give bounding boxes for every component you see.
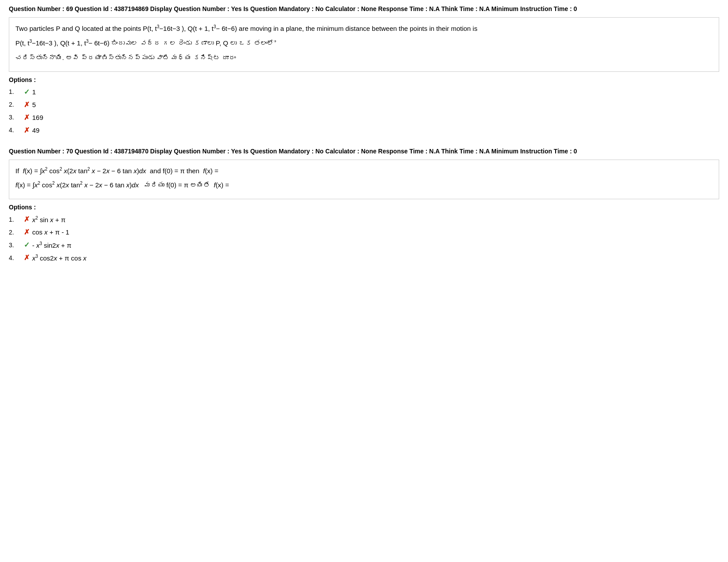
option-4-icon: ✗ — [24, 126, 30, 134]
question-70-options-label: Options : — [9, 204, 719, 211]
option-1-text: 1 — [32, 88, 36, 96]
question-69-option-2: 2. ✗ 5 — [9, 100, 719, 109]
question-69-options-label: Options : — [9, 76, 719, 83]
option-4-num: 4. — [9, 254, 21, 261]
option-1-text: x2 sin x + π — [32, 216, 66, 223]
option-3-text: 169 — [32, 114, 43, 121]
option-2-num: 2. — [9, 101, 21, 108]
option-1-icon: ✗ — [24, 215, 30, 223]
option-4-icon: ✗ — [24, 253, 30, 262]
question-69-text-telugu-line1: P(t, t3−16t−3 ), Q(t + 1, t3− 6t−6) బింద… — [15, 37, 713, 49]
question-70-option-2: 2. ✗ cos x + π - 1 — [9, 228, 719, 236]
option-4-num: 4. — [9, 127, 21, 134]
option-3-icon: ✗ — [24, 113, 30, 122]
option-2-num: 2. — [9, 229, 21, 236]
question-70-meta: Question Number : 70 Question Id : 43871… — [9, 147, 719, 156]
option-3-text: - x3 sin2x + π — [32, 241, 71, 249]
question-70-text-english: If f(x) = ∫x2 cos2 x(2x tan2 x − 2x − 6 … — [15, 165, 713, 177]
option-3-icon: ✓ — [24, 241, 30, 249]
option-2-text: cos x + π - 1 — [32, 228, 69, 236]
question-69-box: Two particles P and Q located at the poi… — [9, 17, 719, 72]
option-1-num: 1. — [9, 88, 21, 95]
question-69-option-1: 1. ✓ 1 — [9, 88, 719, 96]
question-69-text-english: Two particles P and Q located at the poi… — [15, 23, 713, 34]
option-1-num: 1. — [9, 216, 21, 223]
question-70-option-4: 4. ✗ x3 cos2x + π cos x — [9, 253, 719, 262]
option-2-text: 5 — [32, 101, 36, 108]
question-70-option-3: 3. ✓ - x3 sin2x + π — [9, 241, 719, 249]
question-69-option-3: 3. ✗ 169 — [9, 113, 719, 122]
option-2-icon: ✗ — [24, 228, 30, 236]
option-3-num: 3. — [9, 114, 21, 121]
question-70-option-1: 1. ✗ x2 sin x + π — [9, 215, 719, 223]
question-69-meta: Question Number : 69 Question Id : 43871… — [9, 4, 719, 14]
option-1-icon: ✓ — [24, 88, 30, 96]
question-69-option-4: 4. ✗ 49 — [9, 126, 719, 134]
option-4-text: x3 cos2x + π cos x — [32, 254, 86, 262]
question-70-text-telugu: f(x) = ∫x2 cos2 x(2x tan2 x − 2x − 6 tan… — [15, 179, 713, 191]
option-3-num: 3. — [9, 242, 21, 249]
option-2-icon: ✗ — [24, 100, 30, 109]
question-69-text-telugu-line2: చరిస్తున్నాయి. అవి ప్రయాణిస్తున్నప్పుడు … — [15, 52, 713, 63]
option-4-text: 49 — [32, 127, 40, 134]
question-70-box: If f(x) = ∫x2 cos2 x(2x tan2 x − 2x − 6 … — [9, 160, 719, 200]
